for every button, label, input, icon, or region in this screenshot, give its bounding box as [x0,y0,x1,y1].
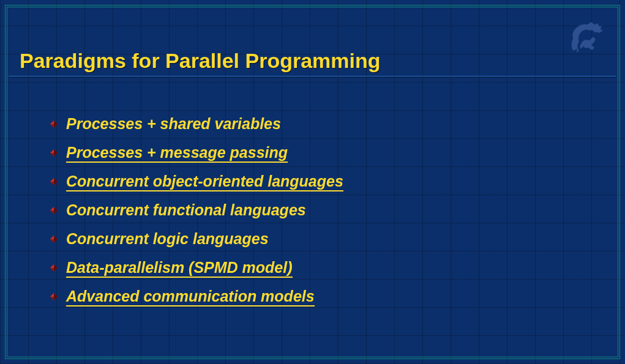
bullet-icon [50,236,58,243]
bullet-icon [50,207,58,214]
bullet-list: Processes + shared variables Processes +… [50,115,343,316]
bullet-icon [50,149,58,157]
list-item-label: Advanced communication models [66,288,315,305]
bullet-icon [50,121,58,128]
griffin-logo [564,17,607,60]
bullet-icon [50,178,58,185]
list-item: Concurrent object-oriented languages [50,173,343,190]
list-item-label: Data-parallelism (SPMD model) [66,259,293,277]
title-underline [9,76,616,78]
slide-title: Paradigms for Parallel Programming [20,49,381,73]
list-item-label: Concurrent logic languages [66,230,269,248]
list-item: Data-parallelism (SPMD model) [50,259,343,277]
bullet-icon [50,293,58,300]
list-item: Concurrent functional languages [50,201,343,219]
list-item: Concurrent logic languages [50,230,343,248]
list-item: Processes + message passing [50,144,343,162]
bullet-icon [50,264,58,272]
list-item-label: Processes + shared variables [66,115,281,133]
list-item: Processes + shared variables [50,115,343,133]
list-item-label: Concurrent functional languages [66,201,306,219]
list-item: Advanced communication models [50,288,343,305]
list-item-label: Processes + message passing [66,144,288,162]
list-item-label: Concurrent object-oriented languages [66,173,343,190]
